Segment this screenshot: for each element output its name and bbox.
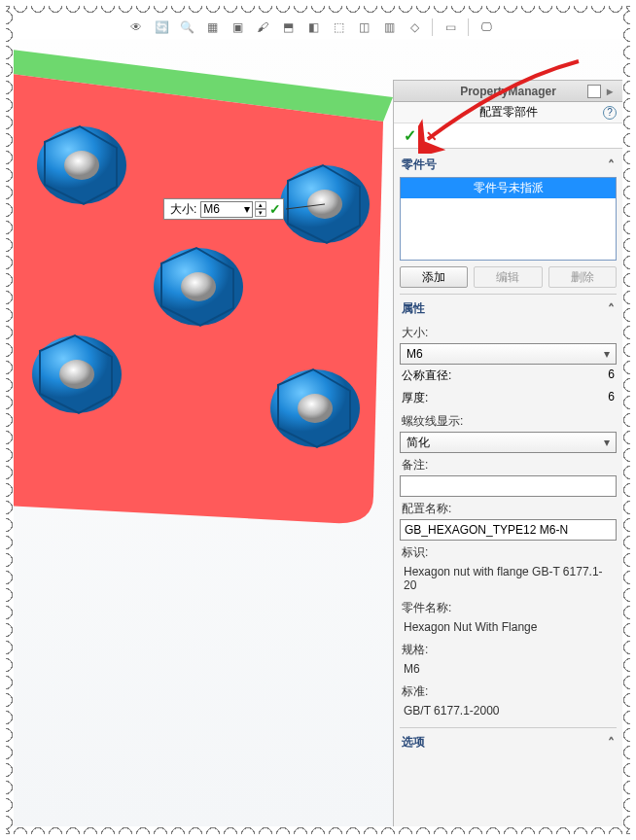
thread-label: 螺纹线显示: bbox=[400, 409, 617, 432]
help-icon[interactable]: ? bbox=[603, 106, 617, 120]
tool-box3-icon[interactable]: ▥ bbox=[379, 18, 399, 37]
cancel-button[interactable]: ✕ bbox=[426, 128, 438, 144]
panel-title-row: 配置零部件 ? bbox=[394, 102, 622, 123]
property-manager-panel: PropertyManager ▸ 配置零部件 ? ✓ ✕ 零件号 ˄ 零件号未… bbox=[393, 80, 622, 826]
spec-value: M6 bbox=[400, 660, 617, 680]
size-select[interactable]: M6▾ bbox=[400, 343, 617, 365]
part-name-value: Hexagon Nut With Flange bbox=[400, 618, 617, 638]
add-button[interactable]: 添加 bbox=[400, 266, 468, 288]
panel-header: PropertyManager ▸ bbox=[394, 81, 622, 102]
panel-header-title: PropertyManager bbox=[460, 85, 556, 98]
edit-button: 编辑 bbox=[474, 266, 542, 288]
note-input[interactable] bbox=[400, 475, 617, 497]
tag-value: Hexagon nut with flange GB-T 6177.1-20 bbox=[400, 563, 617, 596]
note-label: 备注: bbox=[400, 453, 617, 475]
thickness-value: 6 bbox=[608, 390, 615, 406]
tool-eye-icon[interactable]: 👁 bbox=[126, 18, 146, 37]
inline-stepper[interactable]: ▴▾ bbox=[255, 201, 266, 217]
chevron-up-icon: ˄ bbox=[608, 735, 615, 751]
confirm-row: ✓ ✕ bbox=[394, 123, 622, 149]
view-toolbar: 👁 🔄 🔍 ▦ ▣ 🖌 ⬒ ◧ ⬚ ◫ ▥ ◇ ▭ 🖵 bbox=[126, 12, 496, 43]
svg-point-10 bbox=[181, 272, 216, 301]
section-part-number[interactable]: 零件号 ˄ bbox=[400, 151, 617, 177]
tool-zoom-icon[interactable]: 🔍 bbox=[177, 18, 196, 37]
inline-size-label: 大小: bbox=[166, 201, 200, 218]
part-number-list[interactable]: 零件号未指派 bbox=[400, 177, 617, 261]
tag-label: 标识: bbox=[400, 541, 617, 563]
model-scene bbox=[14, 39, 422, 544]
chevron-down-icon: ▾ bbox=[604, 347, 610, 361]
inline-ok-button[interactable]: ✓ bbox=[269, 201, 281, 217]
thickness-label: 厚度: bbox=[402, 390, 428, 406]
tool-box2-icon[interactable]: ◫ bbox=[354, 18, 373, 37]
tool-appear-icon[interactable]: ◧ bbox=[303, 18, 323, 37]
chevron-down-icon: ▾ bbox=[244, 202, 250, 216]
panel-title: 配置零部件 bbox=[479, 104, 538, 121]
diameter-label: 公称直径: bbox=[402, 368, 451, 384]
tool-view-icon[interactable]: ▣ bbox=[228, 18, 247, 37]
chevron-down-icon: ▾ bbox=[604, 436, 610, 449]
part-name-label: 零件名称: bbox=[400, 596, 617, 618]
chevron-up-icon: ˄ bbox=[608, 158, 615, 173]
toolbar-sep bbox=[432, 18, 433, 36]
inline-size-select[interactable]: M6 ▾ bbox=[200, 201, 253, 218]
tool-rect-icon[interactable]: ▭ bbox=[441, 18, 460, 37]
pin-icon[interactable] bbox=[587, 85, 601, 98]
tool-screen-icon[interactable]: 🖵 bbox=[477, 18, 496, 37]
thread-select[interactable]: 简化▾ bbox=[400, 432, 617, 453]
section-options[interactable]: 选项 ˄ bbox=[400, 727, 617, 754]
spec-label: 规格: bbox=[400, 638, 617, 660]
inline-size-editor: 大小: M6 ▾ ▴▾ ✓ bbox=[163, 198, 284, 220]
standard-label: 标准: bbox=[400, 680, 617, 702]
config-name-label: 配置名称: bbox=[400, 497, 617, 519]
panel-body: 零件号 ˄ 零件号未指派 添加 编辑 删除 属性 ˄ 大小: M6▾ 公称直径:… bbox=[394, 149, 622, 826]
delete-button: 删除 bbox=[548, 266, 617, 288]
tool-line-icon[interactable]: ◇ bbox=[405, 18, 424, 37]
size-label: 大小: bbox=[400, 321, 617, 343]
tool-state-icon[interactable]: ⬒ bbox=[278, 18, 298, 37]
inline-size-value: M6 bbox=[203, 202, 220, 216]
chevron-right-icon[interactable]: ▸ bbox=[607, 85, 618, 98]
svg-point-13 bbox=[59, 360, 94, 389]
toolbar-sep bbox=[468, 18, 469, 36]
list-item[interactable]: 零件号未指派 bbox=[401, 178, 616, 198]
tool-paint-icon[interactable]: 🖌 bbox=[253, 18, 272, 37]
chevron-up-icon: ˄ bbox=[608, 301, 615, 317]
tool-section-icon[interactable]: ▦ bbox=[202, 18, 222, 37]
svg-point-4 bbox=[64, 151, 99, 180]
svg-point-16 bbox=[298, 394, 333, 423]
standard-value: GB/T 6177.1-2000 bbox=[400, 702, 617, 721]
config-name-input[interactable]: GB_HEXAGON_TYPE12 M6-N bbox=[400, 519, 617, 541]
section-properties[interactable]: 属性 ˄ bbox=[400, 294, 617, 321]
diameter-value: 6 bbox=[608, 368, 615, 384]
tool-box1-icon[interactable]: ⬚ bbox=[329, 18, 348, 37]
tool-orbit-icon[interactable]: 🔄 bbox=[152, 18, 171, 37]
ok-button[interactable]: ✓ bbox=[404, 126, 416, 145]
